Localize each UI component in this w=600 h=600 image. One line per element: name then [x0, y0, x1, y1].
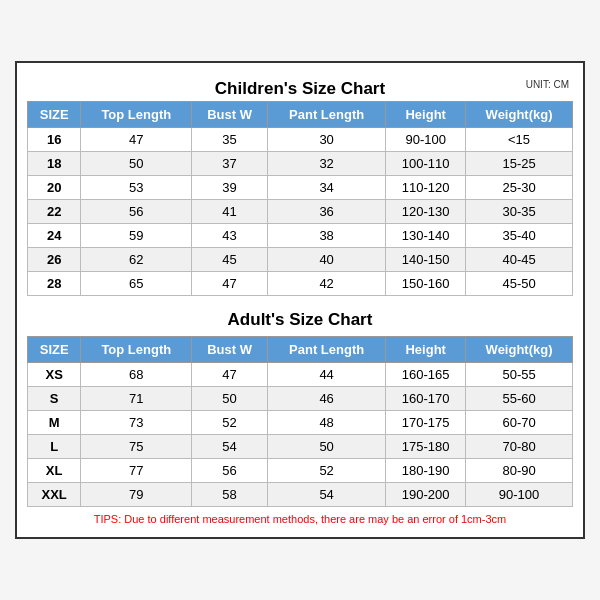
adult-col-bust-w: Bust W: [192, 337, 268, 363]
table-cell: 54: [267, 483, 385, 507]
table-cell: 55-60: [466, 387, 573, 411]
table-cell: 160-170: [386, 387, 466, 411]
table-row: S715046160-17055-60: [28, 387, 573, 411]
table-cell: 175-180: [386, 435, 466, 459]
table-row: M735248170-17560-70: [28, 411, 573, 435]
table-cell: L: [28, 435, 81, 459]
table-cell: S: [28, 387, 81, 411]
table-cell: 38: [267, 224, 385, 248]
table-cell: 65: [81, 272, 192, 296]
table-row: 26624540140-15040-45: [28, 248, 573, 272]
table-cell: 16: [28, 128, 81, 152]
table-cell: 45: [192, 248, 268, 272]
table-cell: 79: [81, 483, 192, 507]
table-cell: 170-175: [386, 411, 466, 435]
table-cell: 60-70: [466, 411, 573, 435]
table-cell: 47: [192, 272, 268, 296]
table-row: 24594338130-14035-40: [28, 224, 573, 248]
table-cell: 45-50: [466, 272, 573, 296]
table-cell: 180-190: [386, 459, 466, 483]
adult-col-size: SIZE: [28, 337, 81, 363]
table-cell: 30: [267, 128, 385, 152]
table-cell: <15: [466, 128, 573, 152]
table-cell: 160-165: [386, 363, 466, 387]
table-cell: XXL: [28, 483, 81, 507]
table-row: XS684744160-16550-55: [28, 363, 573, 387]
table-cell: 37: [192, 152, 268, 176]
chart-container: Children's Size Chart UNIT: CM SIZE Top …: [15, 61, 585, 539]
table-cell: 40-45: [466, 248, 573, 272]
table-cell: 140-150: [386, 248, 466, 272]
table-cell: 90-100: [386, 128, 466, 152]
table-cell: 58: [192, 483, 268, 507]
table-cell: 53: [81, 176, 192, 200]
adult-table: SIZE Top Length Bust W Pant Length Heigh…: [27, 336, 573, 507]
children-col-top-length: Top Length: [81, 102, 192, 128]
table-cell: 150-160: [386, 272, 466, 296]
table-cell: 68: [81, 363, 192, 387]
table-cell: 24: [28, 224, 81, 248]
table-cell: 71: [81, 387, 192, 411]
table-cell: 50: [267, 435, 385, 459]
table-row: L755450175-18070-80: [28, 435, 573, 459]
table-cell: 52: [192, 411, 268, 435]
table-cell: 41: [192, 200, 268, 224]
table-cell: 35-40: [466, 224, 573, 248]
table-row: 20533934110-12025-30: [28, 176, 573, 200]
table-cell: 56: [81, 200, 192, 224]
table-row: XL775652180-19080-90: [28, 459, 573, 483]
children-title-text: Children's Size Chart: [215, 79, 385, 98]
table-row: 1647353090-100<15: [28, 128, 573, 152]
table-cell: 30-35: [466, 200, 573, 224]
adult-col-height: Height: [386, 337, 466, 363]
table-cell: 42: [267, 272, 385, 296]
table-cell: 120-130: [386, 200, 466, 224]
table-cell: 22: [28, 200, 81, 224]
children-col-weight: Weight(kg): [466, 102, 573, 128]
table-cell: 28: [28, 272, 81, 296]
table-cell: XS: [28, 363, 81, 387]
children-table: SIZE Top Length Bust W Pant Length Heigh…: [27, 101, 573, 296]
table-cell: 47: [81, 128, 192, 152]
children-header-row: SIZE Top Length Bust W Pant Length Heigh…: [28, 102, 573, 128]
children-col-pant-length: Pant Length: [267, 102, 385, 128]
table-cell: 110-120: [386, 176, 466, 200]
table-cell: 32: [267, 152, 385, 176]
table-cell: 43: [192, 224, 268, 248]
table-row: 28654742150-16045-50: [28, 272, 573, 296]
tips-text: TIPS: Due to different measurement metho…: [27, 513, 573, 527]
table-cell: 54: [192, 435, 268, 459]
table-cell: 40: [267, 248, 385, 272]
table-cell: 46: [267, 387, 385, 411]
adult-header-row: SIZE Top Length Bust W Pant Length Heigh…: [28, 337, 573, 363]
adult-title-text: Adult's Size Chart: [228, 310, 373, 329]
children-col-height: Height: [386, 102, 466, 128]
table-cell: XL: [28, 459, 81, 483]
children-col-size: SIZE: [28, 102, 81, 128]
table-cell: 25-30: [466, 176, 573, 200]
table-cell: 36: [267, 200, 385, 224]
table-cell: 50: [81, 152, 192, 176]
table-cell: 62: [81, 248, 192, 272]
table-cell: 48: [267, 411, 385, 435]
table-row: XXL795854190-20090-100: [28, 483, 573, 507]
table-cell: 73: [81, 411, 192, 435]
children-col-bust-w: Bust W: [192, 102, 268, 128]
table-cell: 90-100: [466, 483, 573, 507]
table-cell: 34: [267, 176, 385, 200]
children-unit-label: UNIT: CM: [526, 79, 569, 90]
table-cell: 50-55: [466, 363, 573, 387]
table-cell: 35: [192, 128, 268, 152]
table-cell: 26: [28, 248, 81, 272]
adult-col-top-length: Top Length: [81, 337, 192, 363]
table-cell: 56: [192, 459, 268, 483]
table-cell: 130-140: [386, 224, 466, 248]
table-cell: 190-200: [386, 483, 466, 507]
table-cell: 80-90: [466, 459, 573, 483]
table-cell: 47: [192, 363, 268, 387]
table-cell: 70-80: [466, 435, 573, 459]
adult-col-weight: Weight(kg): [466, 337, 573, 363]
table-cell: M: [28, 411, 81, 435]
table-cell: 100-110: [386, 152, 466, 176]
table-cell: 77: [81, 459, 192, 483]
